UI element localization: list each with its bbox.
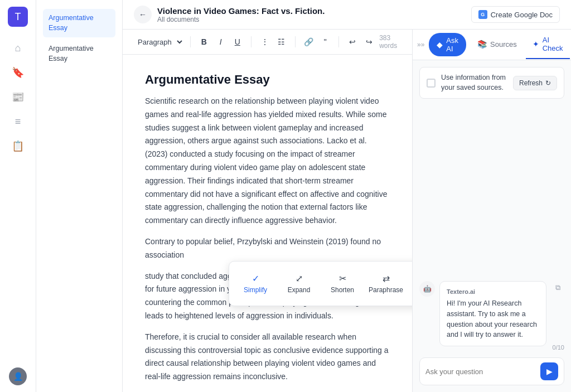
simplify-icon: ✓	[252, 273, 259, 284]
refresh-label: Refresh	[519, 79, 543, 87]
tab-ask-ai-label: Ask AI	[446, 36, 458, 53]
tab-ask-ai[interactable]: ◆ Ask AI	[429, 33, 466, 56]
chat-input[interactable]	[425, 367, 519, 376]
chat-bubble: Textero.ai Hi! I'm your AI Research assi…	[439, 281, 546, 347]
app-logo: T	[8, 7, 28, 27]
avatar-icon: 👤	[13, 372, 23, 381]
toolbar-divider-2	[251, 36, 251, 47]
expand-button[interactable]: ⤢ Expand	[279, 270, 318, 297]
shorten-label: Shorten	[331, 286, 354, 294]
refresh-icon: ↻	[545, 79, 551, 87]
tab-ai-check-label: AI Check	[543, 36, 563, 52]
saved-sources-label: Use information from your saved sources.	[441, 73, 507, 93]
format-group: Paragraph	[132, 35, 185, 50]
document-title: Violence in Video Games: Fact vs. Fictio…	[157, 6, 325, 16]
home-icon[interactable]: ⌂	[8, 38, 28, 58]
doc-item-2[interactable]: Argumentative Essay	[43, 40, 115, 68]
feed-icon[interactable]: 📰	[8, 87, 28, 107]
floating-toolbar: ✓ Simplify ⤢ Expand ✂ Shorten ⇄ Paraphra…	[229, 261, 412, 306]
italic-button[interactable]: I	[213, 34, 229, 50]
header-left: ← Violence in Video Games: Fact vs. Fict…	[134, 6, 325, 23]
tab-sources-label: Sources	[490, 40, 517, 49]
expand-panel-button[interactable]: »»	[417, 37, 424, 52]
paraphrase-button[interactable]: ⇄ Paraphrase	[366, 270, 405, 297]
chat-sender: Textero.ai	[447, 287, 539, 297]
avatar[interactable]: 👤	[9, 367, 27, 385]
ai-avatar: 🤖	[419, 281, 435, 297]
bold-button[interactable]: B	[196, 34, 212, 50]
essay-paragraph-2-partial: Contrary to popular belief, Przybylski a…	[145, 235, 390, 262]
essay-heading-1: Argumentative Essay	[145, 72, 390, 87]
expand-icon: ⤢	[296, 273, 303, 284]
editor-section: Paragraph B I U ⋮ ☷ 🔗 "	[123, 30, 412, 392]
tab-sources[interactable]: 📚 Sources	[471, 34, 524, 55]
saved-sources-checkbox[interactable]	[427, 79, 435, 88]
chat-message-text: Hi! I'm your AI Research assistant. Try …	[447, 299, 537, 338]
chat-input-row: ▶	[419, 357, 564, 385]
create-google-doc-button[interactable]: G Create Google Doc	[471, 6, 560, 23]
chat-area: 🤖 Textero.ai Hi! I'm your AI Research as…	[419, 105, 564, 353]
list-icon[interactable]: ≡	[8, 112, 28, 132]
clipboard-icon[interactable]: 📋	[8, 136, 28, 156]
ordered-list-button[interactable]: ☷	[274, 34, 289, 50]
send-icon: ▶	[546, 367, 553, 376]
unordered-list-button[interactable]: ⋮	[257, 34, 273, 50]
underline-button[interactable]: U	[230, 34, 245, 50]
word-count: 383 words	[379, 34, 403, 50]
suggest-ideas-button[interactable]: 💡 Suggest ideas	[410, 266, 412, 301]
toolbar: Paragraph B I U ⋮ ☷ 🔗 "	[123, 30, 412, 55]
expand-label: Expand	[288, 286, 311, 294]
format-select[interactable]: Paragraph	[132, 35, 185, 50]
logo-letter: T	[15, 11, 21, 23]
simplify-label: Simplify	[244, 286, 267, 294]
header-title-area: Violence in Video Games: Fact vs. Fictio…	[157, 6, 325, 23]
sources-icon: 📚	[477, 40, 487, 49]
breadcrumb[interactable]: All documents	[157, 16, 325, 23]
send-button[interactable]: ▶	[540, 362, 558, 380]
right-panel: »» ◆ Ask AI 📚 Sources ✦ AI Check	[412, 30, 571, 392]
shorten-icon: ✂	[339, 273, 346, 284]
icon-sidebar: T ⌂ 🔖 📰 ≡ 📋 👤	[0, 0, 36, 392]
text-format-group: B I U	[196, 34, 245, 50]
refresh-button[interactable]: Refresh ↻	[513, 76, 557, 90]
shorten-button[interactable]: ✂ Shorten	[323, 270, 362, 297]
insert-group: 🔗 "	[301, 34, 333, 50]
list-group: ⋮ ☷	[257, 34, 289, 50]
chat-message-1: 🤖 Textero.ai Hi! I'm your AI Research as…	[419, 281, 564, 347]
ask-ai-icon: ◆	[437, 40, 443, 49]
main-area: ← Violence in Video Games: Fact vs. Fict…	[123, 0, 571, 392]
back-button[interactable]: ←	[134, 6, 152, 23]
create-doc-label: Create Google Doc	[491, 11, 553, 19]
chat-input-container: 0/10 ▶	[419, 353, 564, 385]
ai-check-icon: ✦	[533, 40, 539, 49]
editor-container: Paragraph B I U ⋮ ☷ 🔗 "	[123, 30, 571, 392]
undo-button[interactable]: ↩	[345, 34, 360, 50]
quote-button[interactable]: "	[317, 34, 333, 50]
panel-tabs: »» ◆ Ask AI 📚 Sources ✦ AI Check	[413, 30, 571, 60]
simplify-button[interactable]: ✓ Simplify	[236, 270, 275, 297]
toolbar-divider-3	[295, 36, 296, 47]
bookmark-icon[interactable]: 🔖	[8, 62, 28, 83]
editor-content[interactable]: Argumentative Essay Scientific research …	[123, 55, 412, 392]
link-button[interactable]: 🔗	[301, 34, 316, 50]
paraphrase-label: Paraphrase	[369, 286, 403, 294]
tab-ai-check[interactable]: ✦ AI Check	[526, 30, 570, 59]
paraphrase-icon: ⇄	[383, 273, 390, 284]
redo-button[interactable]: ↪	[361, 34, 377, 50]
panel-body: Use information from your saved sources.…	[413, 60, 571, 392]
copy-message-button[interactable]: ⧉	[551, 281, 564, 294]
top-header: ← Violence in Video Games: Fact vs. Fict…	[123, 0, 571, 30]
chat-input-wrapper	[425, 366, 537, 376]
doc-sidebar: Argumentative Essay Argumentative Essay	[36, 0, 123, 392]
toolbar-divider-1	[190, 36, 191, 47]
essay-paragraph-1: Scientific research on the relationship …	[145, 95, 390, 228]
refresh-row: Use information from your saved sources.…	[419, 67, 564, 99]
essay-paragraph-4: Therefore, it is crucial to consider all…	[145, 331, 390, 384]
google-icon: G	[478, 10, 487, 19]
doc-item-1[interactable]: Argumentative Essay	[43, 9, 115, 37]
toolbar-divider-4	[338, 36, 339, 47]
chat-count: 0/10	[553, 344, 564, 351]
history-group: ↩ ↪	[345, 34, 377, 50]
